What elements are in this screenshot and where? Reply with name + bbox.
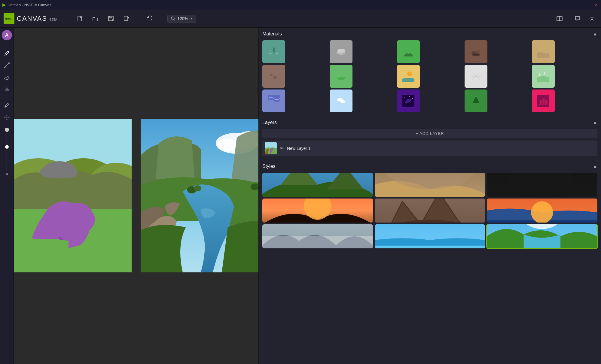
svg-rect-66 <box>545 100 547 105</box>
toolbar-separator-3 <box>161 14 161 23</box>
toolbar-right-controls <box>554 13 597 24</box>
svg-rect-6 <box>124 16 128 20</box>
line-tool[interactable] <box>2 60 12 71</box>
material-ruin[interactable] <box>532 89 555 112</box>
material-shrub[interactable] <box>330 65 352 88</box>
svg-rect-40 <box>268 70 280 82</box>
style-green-valley[interactable] <box>487 224 597 248</box>
layer-item[interactable]: 👁 New Layer 1 <box>262 141 597 156</box>
style-tropical-beach[interactable] <box>375 224 485 248</box>
zoom-control[interactable]: 120% ▼ <box>167 15 196 23</box>
brush-size-small[interactable] <box>6 173 8 175</box>
layers-title: Layers <box>262 120 277 125</box>
svg-point-60 <box>412 98 413 99</box>
svg-point-55 <box>405 97 405 98</box>
style-desert-storm[interactable] <box>375 173 485 197</box>
svg-rect-2 <box>78 16 81 21</box>
layers-collapse-button[interactable]: ▲ <box>593 120 597 125</box>
svg-point-10 <box>591 18 593 20</box>
svg-point-12 <box>8 63 9 64</box>
maximize-button[interactable]: □ <box>587 2 591 7</box>
split-view-button[interactable] <box>554 13 565 24</box>
material-dirt[interactable] <box>262 65 285 88</box>
nvidia-icon: NVIDIA <box>4 13 14 24</box>
material-galaxy[interactable] <box>397 89 420 112</box>
material-sky[interactable] <box>330 89 352 112</box>
layer-visibility-toggle[interactable]: 👁 <box>280 146 284 151</box>
user-avatar[interactable]: A <box>2 30 12 40</box>
material-beach[interactable] <box>397 65 420 88</box>
material-grass[interactable] <box>397 40 420 63</box>
zoom-dropdown-icon: ▼ <box>190 17 193 20</box>
style-ocean-sunset[interactable] <box>487 199 597 223</box>
layers-section: Layers ▲ + ADD LAYER 👁 New Layer 1 <box>259 116 601 160</box>
materials-collapse-button[interactable]: ▲ <box>593 31 597 37</box>
material-cloud[interactable] <box>330 40 352 63</box>
styles-collapse-button[interactable]: ▲ <box>593 164 597 169</box>
drawing-canvas[interactable] <box>14 119 132 272</box>
open-file-button[interactable] <box>90 13 101 24</box>
app-name: CANVAS <box>17 15 47 23</box>
svg-point-47 <box>407 71 412 76</box>
svg-point-23 <box>59 168 78 178</box>
style-mountain-valley[interactable] <box>262 173 373 197</box>
brush-size-large[interactable] <box>5 128 9 132</box>
material-mountain[interactable] <box>465 89 487 112</box>
close-button[interactable]: ✕ <box>594 2 599 7</box>
svg-rect-5 <box>109 19 113 21</box>
material-sand[interactable] <box>532 40 555 63</box>
material-tundra[interactable] <box>532 65 555 88</box>
window-controls: — □ ✕ <box>579 2 599 7</box>
styles-header: Styles ▲ <box>262 164 597 169</box>
svg-point-42 <box>273 76 276 79</box>
undo-button[interactable] <box>144 13 155 24</box>
eyedropper-tool[interactable] <box>2 100 12 111</box>
new-file-button[interactable] <box>74 13 85 24</box>
brush-size-slider[interactable] <box>5 145 9 149</box>
style-sunset-mountains[interactable] <box>262 199 373 223</box>
app-logo: NVIDIA CANVAS BETA <box>4 13 57 24</box>
materials-title: Materials <box>262 31 282 37</box>
svg-rect-64 <box>540 100 542 105</box>
export-file-button[interactable] <box>121 13 132 24</box>
material-water[interactable] <box>262 40 285 63</box>
svg-point-22 <box>40 166 61 178</box>
materials-grid <box>262 40 597 112</box>
svg-point-38 <box>472 53 480 56</box>
add-layer-button[interactable]: + ADD LAYER <box>262 129 597 138</box>
style-dark-cave[interactable] <box>487 173 597 197</box>
style-rocky-formation[interactable] <box>375 199 485 223</box>
svg-rect-4 <box>110 16 112 18</box>
svg-point-29 <box>194 185 201 191</box>
toolbar-separator-1 <box>68 14 68 23</box>
titlebar: ▶ Untitled - NVIDIA Canvas — □ ✕ <box>0 0 601 10</box>
style-misty-mountains[interactable] <box>262 224 373 248</box>
materials-section: Materials ▲ <box>259 28 601 116</box>
pan-tool[interactable] <box>2 112 12 123</box>
svg-point-41 <box>270 74 273 76</box>
svg-point-27 <box>217 138 238 152</box>
eraser-tool[interactable] <box>2 72 12 83</box>
app-beta-label: BETA <box>50 18 57 21</box>
svg-point-11 <box>4 67 5 68</box>
left-sidebar: A <box>0 28 14 364</box>
photo-canvas-panel <box>141 119 258 272</box>
svg-point-56 <box>409 96 410 97</box>
sidebar-divider-3 <box>3 125 11 125</box>
toolbar: NVIDIA CANVAS BETA <box>0 10 601 28</box>
material-rocks[interactable] <box>465 40 487 63</box>
settings-button[interactable] <box>587 13 597 24</box>
right-panel: Materials ▲ <box>258 28 601 364</box>
fill-tool[interactable] <box>2 84 12 95</box>
feedback-button[interactable] <box>572 13 583 24</box>
material-snow[interactable] <box>465 65 487 88</box>
photo-canvas[interactable] <box>141 119 258 272</box>
save-file-button[interactable] <box>105 13 116 24</box>
styles-section: Styles ▲ <box>259 160 601 252</box>
minimize-button[interactable]: — <box>579 2 584 7</box>
svg-rect-67 <box>539 104 548 105</box>
svg-point-58 <box>412 102 413 102</box>
paintbrush-tool[interactable] <box>2 48 12 59</box>
material-ocean-wave[interactable] <box>262 89 285 112</box>
sidebar-divider-1 <box>3 45 11 45</box>
